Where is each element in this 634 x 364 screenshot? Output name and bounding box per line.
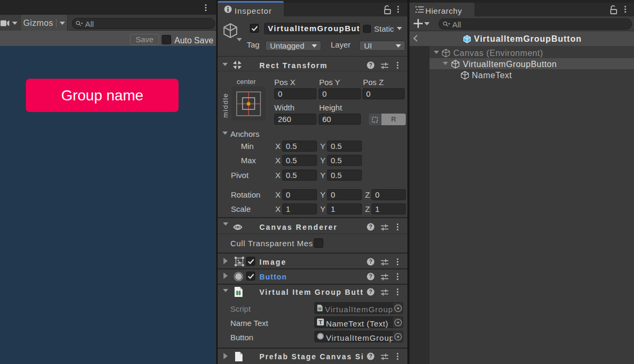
svg-text:?: ? bbox=[369, 62, 372, 68]
svg-text:T: T bbox=[319, 319, 322, 325]
svg-text:?: ? bbox=[369, 289, 372, 295]
svg-text:?: ? bbox=[369, 353, 372, 359]
svg-text:?: ? bbox=[369, 274, 372, 279]
svg-text:?: ? bbox=[369, 224, 372, 230]
svg-text:?: ? bbox=[369, 259, 372, 265]
